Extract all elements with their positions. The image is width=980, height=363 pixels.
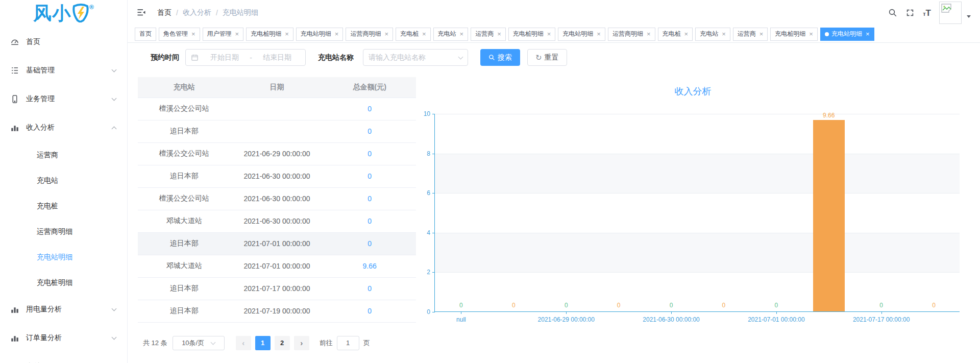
x-tick-mark [461,311,461,314]
top-navbar: 首页 / 收入分析 / 充电站明细 тT [128,0,980,26]
table-row[interactable]: 追日本部 2021-07-17 00:00:00 0 [138,277,416,300]
view-tab[interactable]: 运营商 × [471,28,506,41]
close-tab-icon[interactable]: × [547,31,551,37]
page-number-button[interactable]: 2 [275,336,290,350]
page-size-select[interactable]: 10条/页 [173,336,225,350]
reset-button[interactable]: ↻ 重置 [527,49,567,66]
date-range-picker[interactable]: 开始日期 - 结束日期 [185,49,306,66]
close-tab-icon[interactable]: × [866,31,870,37]
close-tab-icon[interactable]: × [597,31,601,37]
avatar[interactable] [939,2,962,24]
cell-amount-link[interactable]: 0 [323,210,416,232]
view-tab[interactable]: 充电桩 × [396,28,431,41]
sidebar-submenu-item[interactable]: 充电站明细 [0,244,127,270]
table-row[interactable]: 追日本部 2021-06-30 00:00:00 0 [138,165,416,187]
tab-label: 运营商明细 [612,30,643,38]
close-tab-icon[interactable]: × [191,31,195,37]
view-tab[interactable]: 用户管理 × [203,28,244,41]
search-button[interactable]: 搜索 [480,49,520,66]
view-tab[interactable]: 充电站明细 × [296,28,344,41]
close-tab-icon[interactable]: × [647,31,651,37]
content-row: 充电站日期总金额(元) 檀溪公交公司站 0 追日本部 0 檀溪公交公司站 202… [138,77,970,350]
close-tab-icon[interactable]: × [285,31,289,37]
table-row[interactable]: 追日本部 2021-07-19 00:00:00 0 [138,300,416,322]
search-icon[interactable] [888,8,897,17]
table-row[interactable]: 邓城大道站 2021-07-01 00:00:00 9.66 [138,255,416,277]
sidebar-submenu-item[interactable]: 运营商明细 [0,219,127,244]
chevron-icon [112,334,117,340]
close-tab-icon[interactable]: × [809,31,813,37]
close-tab-icon[interactable]: × [460,31,464,37]
font-size-icon[interactable]: тT [923,9,931,17]
view-tab[interactable]: 角色管理 × [159,28,200,41]
prev-page-button[interactable]: ‹ [236,336,251,350]
view-tab[interactable]: 充电站明细 × [820,28,874,41]
date-range-separator: - [248,54,254,62]
user-menu-caret-icon[interactable] [967,15,971,18]
sidebar-menu-item[interactable]: 订单量分析 [0,324,127,352]
sidebar-submenu-item[interactable]: 运营商 [0,142,127,167]
close-tab-icon[interactable]: × [684,31,689,37]
sidebar-submenu-item[interactable]: 充电站 [0,167,127,193]
close-tab-icon[interactable]: × [722,31,726,37]
page-number-button[interactable]: 1 [255,336,271,350]
view-tab[interactable]: 充电站明细 × [558,28,605,41]
sidebar-menu-item[interactable]: 业务管理 [0,85,127,113]
close-tab-icon[interactable]: × [760,31,764,37]
view-tab[interactable]: 充电桩明细 × [246,28,293,41]
view-tab[interactable]: 充电站 × [695,28,730,41]
close-tab-icon[interactable]: × [335,31,339,37]
breadcrumb-home[interactable]: 首页 [157,8,172,17]
table-row[interactable]: 檀溪公交公司站 2021-06-30 00:00:00 0 [138,187,416,210]
view-tab[interactable]: 运营商 × [733,28,768,41]
cell-amount-link[interactable]: 0 [323,232,416,255]
value-label-4: 0 [670,302,673,309]
fullscreen-icon[interactable] [905,8,915,17]
view-tab[interactable]: 充电桩 × [658,28,693,41]
table-row[interactable]: 邓城大道站 2021-06-30 00:00:00 0 [138,210,416,232]
table-row[interactable]: 追日本部 2021-07-01 00:00:00 0 [138,232,416,255]
table-row[interactable]: 檀溪公交公司站 0 [138,98,416,120]
y-axis-tick-label: 10 [424,110,430,117]
sidebar-menu-item[interactable]: 基础管理 [0,56,127,85]
cell-amount-link[interactable]: 0 [323,165,416,187]
chevron-icon [112,67,117,72]
cell-amount-link[interactable]: 0 [323,187,416,210]
sidebar-submenu-item[interactable]: 充电桩 [0,193,127,219]
view-tab[interactable]: 充电站 × [433,28,469,41]
y-axis-tick-label: 4 [427,229,430,236]
sidebar-toggle-icon[interactable] [137,8,148,17]
cell-amount-link[interactable]: 0 [323,142,416,165]
close-tab-icon[interactable]: × [497,31,501,37]
station-select[interactable]: 请输入充电站名称 [363,49,468,66]
view-tab[interactable]: 首页 [135,28,156,41]
goto-page-input[interactable]: 1 [337,336,359,350]
next-page-button[interactable]: › [294,336,309,350]
view-tab[interactable]: 充电桩明细 × [770,28,818,41]
end-date-placeholder[interactable]: 结束日期 [254,53,300,62]
sidebar-submenu-item[interactable]: 充电桩明细 [0,270,127,295]
close-tab-icon[interactable]: × [422,31,426,37]
sidebar-menu-item[interactable]: 支付管理 [0,352,127,363]
tab-label: 充电桩 [663,30,681,38]
goto-unit: 页 [363,338,370,348]
cell-amount-link[interactable]: 0 [323,98,416,120]
cell-amount-link[interactable]: 9.66 [323,255,416,277]
close-tab-icon[interactable]: × [384,31,388,37]
sidebar-menu-item[interactable]: 首页 [0,28,127,56]
gridline [435,272,960,273]
pagination: 共 12 条 10条/页 ‹ 12 › 前往 1 页 [143,336,416,350]
close-tab-icon[interactable]: × [235,31,239,37]
sidebar-menu-item[interactable]: 用电量分析 [0,295,127,324]
cell-amount-link[interactable]: 0 [323,120,416,142]
table-row[interactable]: 檀溪公交公司站 2021-06-29 00:00:00 0 [138,142,416,165]
view-tab[interactable]: 运营商明细 × [608,28,655,41]
cell-amount-link[interactable]: 0 [323,300,416,322]
sidebar-menu-item[interactable]: 收入分析 [0,113,127,142]
view-tab[interactable]: 充电桩明细 × [508,28,556,41]
table-row[interactable]: 追日本部 0 [138,120,416,142]
cell-amount-link[interactable]: 0 [323,277,416,300]
refresh-icon: ↻ [535,54,542,61]
start-date-placeholder[interactable]: 开始日期 [202,53,248,62]
view-tab[interactable]: 运营商明细 × [346,28,393,41]
